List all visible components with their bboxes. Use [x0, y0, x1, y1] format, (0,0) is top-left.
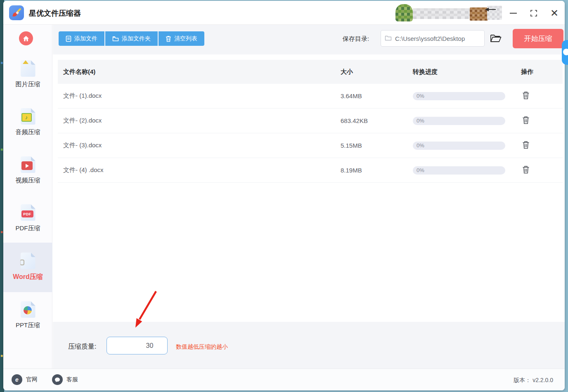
maximize-icon	[530, 9, 537, 17]
customer-service-link[interactable]: 客服	[52, 374, 78, 385]
version-text: 版本： v2.2.0.0	[514, 377, 553, 384]
sidebar-item-label: 音频压缩	[16, 128, 40, 136]
footer: e 官网 客服 版本： v2.2.0.0	[3, 368, 565, 390]
sidebar-item-ppt-compress[interactable]: PPT压缩	[3, 301, 52, 329]
document-icon	[66, 35, 71, 42]
quality-spinner	[106, 337, 168, 354]
progress-value: 0%	[413, 93, 424, 99]
header-action: 操作	[518, 68, 559, 76]
header-file-name: 文件名称(4)	[58, 68, 341, 76]
titlebar-extra-icon[interactable]	[487, 6, 502, 20]
sidebar-item-pdf-compress[interactable]: PDF PDF压缩	[3, 204, 52, 232]
sidebar-item-audio-compress[interactable]: ♪ 音频压缩	[3, 108, 52, 136]
browse-folder-button[interactable]	[490, 33, 502, 45]
trash-icon	[166, 35, 171, 42]
file-size: 3.64MB	[341, 92, 413, 99]
save-dir-label: 保存目录:	[343, 35, 369, 43]
file-name: 文件- (3).docx	[58, 142, 341, 149]
file-size: 8.19MB	[341, 167, 413, 174]
trash-icon	[522, 165, 530, 174]
sidebar: 图片压缩 ♪ 音频压缩 视频压缩 PDF PDF压缩 Word压缩	[3, 25, 52, 368]
sidebar-item-label: 视频压缩	[16, 177, 40, 184]
file-name: 文件- (2).docx	[58, 117, 341, 125]
table-row: 文件- (4) .docx 8.19MB 0%	[58, 158, 563, 183]
chat-bubble-icon	[52, 374, 63, 385]
progress-value: 0%	[413, 167, 424, 173]
trash-icon	[522, 116, 530, 125]
delete-file-button[interactable]	[521, 90, 531, 102]
browser-e-icon: e	[12, 374, 22, 385]
user-name-blurred	[413, 8, 470, 19]
start-compress-button[interactable]: 开始压缩	[513, 29, 563, 48]
trash-icon	[522, 91, 530, 100]
table-row: 文件- (3).docx 5.15MB 0%	[58, 133, 563, 158]
add-file-button[interactable]: 添加文件	[59, 31, 104, 46]
progress-value: 0%	[413, 142, 424, 149]
save-dir-input[interactable]	[381, 30, 485, 47]
sidebar-item-video-compress[interactable]: 视频压缩	[3, 156, 52, 184]
add-folder-button[interactable]: 添加文件夹	[105, 31, 158, 46]
progress-value: 0%	[413, 118, 424, 124]
sidebar-item-label: Word压缩	[13, 273, 43, 281]
quality-input[interactable]	[107, 337, 168, 354]
sidebar-item-image-compress[interactable]: 图片压缩	[3, 60, 52, 88]
table-row: 文件- (1).docx 3.64MB 0%	[58, 84, 563, 109]
ppt-file-icon	[21, 301, 36, 318]
file-size: 683.42KB	[341, 117, 413, 124]
clear-list-button[interactable]: 清空列表	[159, 31, 204, 46]
titlebar: 星优文件压缩器 ✕	[3, 1, 565, 25]
folder-small-icon	[385, 35, 392, 41]
delete-file-button[interactable]	[521, 115, 531, 127]
side-float-tab[interactable]	[562, 40, 568, 65]
table-header-row: 文件名称(4) 大小 转换进度 操作	[58, 60, 563, 84]
user-avatar[interactable]	[395, 4, 413, 21]
progress-bar: 0%	[413, 92, 505, 100]
quality-label: 压缩质量:	[68, 342, 96, 351]
minimize-button[interactable]	[507, 7, 519, 19]
sidebar-item-label: PPT压缩	[16, 321, 40, 329]
header-progress: 转换进度	[413, 68, 518, 76]
sidebar-item-word-compress[interactable]: Word压缩	[3, 253, 52, 281]
folder-icon	[112, 36, 119, 42]
file-name: 文件- (1).docx	[58, 92, 341, 100]
delete-file-button[interactable]	[521, 164, 531, 176]
pdf-file-icon: PDF	[21, 204, 36, 221]
back-arrow-icon	[485, 7, 497, 12]
progress-bar: 0%	[413, 117, 505, 125]
main-panel: 添加文件 添加文件夹 清空列表 保存目录:	[53, 25, 565, 368]
home-icon	[23, 35, 29, 42]
quality-hint: 数值越低压缩的越小	[176, 343, 228, 351]
audio-file-icon: ♪	[21, 108, 36, 125]
app-title: 星优文件压缩器	[29, 8, 81, 18]
progress-bar: 0%	[413, 142, 505, 150]
image-file-icon	[21, 60, 36, 77]
maximize-button[interactable]	[528, 7, 540, 19]
trash-icon	[522, 140, 530, 149]
sidebar-item-label: 图片压缩	[16, 80, 40, 88]
table-row: 文件- (2).docx 683.42KB 0%	[58, 109, 563, 133]
open-folder-icon	[490, 33, 502, 43]
sidebar-item-label: PDF压缩	[16, 224, 40, 232]
home-button[interactable]	[19, 31, 33, 45]
file-actions-group: 添加文件 添加文件夹 清空列表	[59, 31, 204, 46]
file-name: 文件- (4) .docx	[58, 166, 341, 174]
progress-bar: 0%	[413, 166, 505, 175]
file-table: 文件名称(4) 大小 转换进度 操作 文件- (1).docx 3.64MB 0…	[58, 60, 563, 183]
app-window: 星优文件压缩器 ✕	[3, 1, 565, 390]
header-size: 大小	[341, 68, 413, 76]
close-button[interactable]: ✕	[548, 7, 561, 19]
app-logo-icon	[9, 5, 24, 20]
word-file-icon	[21, 253, 36, 269]
file-size: 5.15MB	[341, 142, 413, 149]
video-file-icon	[21, 156, 36, 173]
official-website-link[interactable]: e 官网	[12, 374, 38, 385]
delete-file-button[interactable]	[521, 139, 531, 151]
